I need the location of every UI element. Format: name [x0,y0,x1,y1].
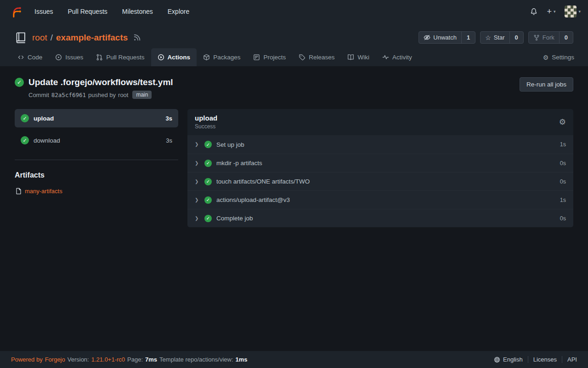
job-row-download[interactable]: ✓ download 3s [15,131,178,150]
success-check-icon: ✓ [204,141,212,148]
repo-breadcrumb: root / example-artifacts [32,33,128,43]
run-title: Update .forgejo/workflows/test.yml [28,77,173,87]
nav-item-pull-requests[interactable]: Pull Requests [68,8,107,15]
tab-activity-label: Activity [392,54,412,61]
tab-releases-label: Releases [309,54,334,61]
forgejo-link[interactable]: Forgejo [45,356,65,363]
pushed-by-label: pushed by [88,92,116,98]
chevron-down-icon: ▾ [554,10,556,14]
step-row[interactable]: ❯ ✓ mkdir -p artifacts 0s [187,154,573,172]
job-detail-header: upload Success ⚙ [187,109,573,135]
tab-settings-label: Settings [552,54,574,61]
job-options-gear-icon[interactable]: ⚙ [559,117,566,126]
repo-name-link[interactable]: example-artifacts [56,33,128,43]
tab-pull-requests[interactable]: Pull Requests [90,48,151,66]
star-count[interactable]: 0 [509,32,523,43]
nav-item-milestones[interactable]: Milestones [122,8,153,15]
forgejo-logo-icon[interactable] [10,6,23,18]
artifact-download-link[interactable]: many-artifacts [25,188,62,195]
star-button[interactable]: ☆ Star 0 [480,31,524,44]
pusher-link[interactable]: root [118,92,128,98]
project-board-icon [253,54,260,61]
tab-issues-label: Issues [65,54,83,61]
chevron-right-icon: ❯ [195,142,200,147]
commit-label: Commit [28,92,49,98]
rerun-all-jobs-button[interactable]: Re-run all jobs [520,77,573,92]
nav-item-explore[interactable]: Explore [168,8,189,15]
gear-icon: ⚙ [543,54,549,61]
tab-wiki[interactable]: Wiki [341,48,376,66]
chevron-right-icon: ❯ [195,179,200,184]
rss-icon[interactable] [133,34,141,41]
tab-activity[interactable]: Activity [376,48,418,66]
success-check-icon: ✓ [204,215,212,222]
steps-list: ❯ ✓ Set up job 1s ❯ ✓ mkdir -p artifacts… [187,135,573,227]
tab-releases[interactable]: Releases [292,48,341,66]
fork-button[interactable]: Fork 0 [528,31,573,44]
repo-action-buttons: Unwatch 1 ☆ Star 0 Fork 0 [418,31,573,44]
actions-run-page: ✓ Update .forgejo/workflows/test.yml Com… [0,66,588,351]
version-link[interactable]: 1.21.0+1-rc0 [91,356,125,363]
navbar-links: Issues Pull Requests Milestones Explore [34,8,189,15]
tab-packages[interactable]: Packages [197,48,247,66]
create-new-dropdown[interactable]: + ▾ [547,7,555,16]
notifications-bell-icon[interactable] [530,8,537,15]
run-body: ✓ upload 3s ✓ download 3s Artifacts many… [15,109,573,227]
unwatch-label: Unwatch [433,34,457,41]
step-name: actions/upload-artifact@v3 [216,196,290,203]
step-row[interactable]: ❯ ✓ Complete job 0s [187,209,573,227]
licenses-link[interactable]: Licenses [528,356,562,363]
step-duration: 0s [560,215,566,222]
tab-actions[interactable]: Actions [151,48,197,66]
step-row[interactable]: ❯ ✓ Set up job 1s [187,135,573,154]
watch-count[interactable]: 1 [461,32,475,43]
tab-issues[interactable]: Issues [49,48,90,66]
job-status: Success [195,123,217,130]
success-check-icon: ✓ [204,160,212,167]
tab-projects[interactable]: Projects [247,48,292,66]
repo-header: root / example-artifacts Unwatch [0,23,588,66]
run-title-block: ✓ Update .forgejo/workflows/test.yml Com… [15,77,173,99]
job-detail-title-block: upload Success [195,114,217,130]
fork-label: Fork [543,34,554,41]
step-name: Complete job [216,215,253,222]
sidebar-divider [15,160,178,160]
repo-icon [15,31,27,44]
tab-wiki-label: Wiki [357,54,369,61]
repo-owner-link[interactable]: root [32,33,47,43]
step-row[interactable]: ❯ ✓ actions/upload-artifact@v3 1s [187,190,573,209]
tab-settings[interactable]: ⚙ Settings [537,48,581,66]
book-icon [347,54,354,61]
step-name: Set up job [216,141,244,148]
job-duration: 3s [166,137,172,144]
nav-item-issues[interactable]: Issues [34,8,53,15]
page-time-value: 7ms [145,356,157,363]
package-icon [203,54,210,61]
chevron-right-icon: ❯ [195,161,200,166]
job-detail-panel: upload Success ⚙ ❯ ✓ Set up job 1s ❯ ✓ [187,109,573,227]
pulse-icon [382,54,389,61]
commit-sha-link[interactable]: 82a5cf6961 [51,92,86,98]
step-row[interactable]: ❯ ✓ touch artifacts/ONE artifacts/TWO 0s [187,172,573,190]
unwatch-button[interactable]: Unwatch 1 [418,31,475,44]
language-selector[interactable]: English [489,356,528,363]
powered-by-link[interactable]: Powered by [11,356,43,363]
branch-badge[interactable]: main [132,91,152,99]
user-menu[interactable]: ▾ [565,6,581,17]
plus-icon: + [547,7,552,16]
tab-code[interactable]: Code [11,48,49,66]
tag-icon [299,54,305,61]
job-row-upload[interactable]: ✓ upload 3s [15,109,178,127]
artifact-item[interactable]: many-artifacts [15,188,178,195]
repo-title-row: root / example-artifacts Unwatch [0,31,588,44]
issue-circle-icon [55,54,62,61]
job-duration: 3s [166,115,172,122]
api-link[interactable]: API [562,356,577,363]
tab-packages-label: Packages [213,54,240,61]
page-time-label: Page: [127,356,143,363]
jobs-sidebar: ✓ upload 3s ✓ download 3s Artifacts many… [15,109,178,227]
tab-projects-label: Projects [263,54,286,61]
fork-count[interactable]: 0 [559,32,573,43]
success-check-icon: ✓ [21,136,29,144]
breadcrumb-separator: / [51,33,53,43]
